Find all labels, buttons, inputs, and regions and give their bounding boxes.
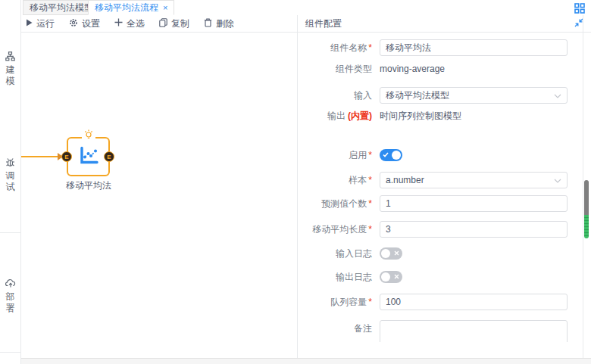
app-window: 建模 调试 部署 移动平均法模型×	[0, 0, 591, 364]
required-mark: *	[368, 224, 372, 235]
close-icon[interactable]: ×	[163, 3, 167, 12]
tab-moving-average-flow[interactable]: 移动平均法流程×	[88, 0, 174, 15]
canvas-toolbar: 运行 设置 全选	[21, 15, 297, 33]
panel-header: 组件配置	[298, 15, 591, 33]
enable-toggle[interactable]	[380, 149, 402, 161]
delete-label: 删除	[216, 17, 234, 30]
trash-icon	[204, 18, 212, 30]
field-label: 输入日志	[336, 248, 372, 259]
field-label: 输出日志	[336, 272, 372, 282]
x-icon	[394, 274, 399, 279]
panel-title: 组件配置	[305, 17, 342, 30]
input-port[interactable]: E	[61, 151, 72, 162]
left-sidebar: 建模 调试 部署	[0, 0, 21, 364]
output-port[interactable]: E	[104, 151, 114, 162]
vertical-scrollbar-thumb[interactable]	[584, 180, 589, 238]
field-row-output: 输出(内置) 时间序列控制图模型	[298, 107, 591, 124]
sidebar-item-label: 调试	[5, 170, 16, 193]
field-row-output-log: 输出日志	[298, 269, 591, 285]
chevron-down-icon	[554, 90, 561, 101]
horizontal-scrollbar-track[interactable]	[21, 358, 591, 364]
plus-icon	[114, 18, 123, 29]
apps-grid-icon[interactable]	[574, 3, 585, 16]
lightbulb-icon	[82, 129, 95, 139]
copy-icon	[159, 18, 167, 30]
required-mark: *	[368, 175, 372, 185]
x-icon	[394, 250, 399, 256]
sidebar-item-label: 部署	[5, 291, 16, 314]
field-label: 组件名称	[330, 42, 367, 53]
field-row-input: 输入 移动平均法模型	[298, 87, 591, 104]
field-label: 队列容量	[330, 297, 367, 307]
field-row-enable: 启用*	[298, 147, 591, 163]
run-button[interactable]: 运行	[26, 17, 55, 30]
check-icon	[383, 152, 389, 157]
field-label: 移动平均长度	[312, 224, 367, 235]
panel-scroll-gutter	[583, 15, 583, 358]
play-icon	[26, 18, 33, 29]
input-select[interactable]: 移动平均法模型	[380, 87, 568, 104]
field-row-queue-capacity: 队列容量*	[298, 294, 591, 310]
sample-select[interactable]: a.number	[380, 172, 568, 188]
field-row-name: 组件名称*	[298, 39, 591, 56]
node-label: 移动平均法	[58, 179, 120, 192]
ma-length-input[interactable]	[380, 221, 568, 238]
scrollbar-thumb-gray	[584, 180, 589, 215]
queue-capacity-input[interactable]	[380, 294, 568, 310]
sidebar-item-label: 建模	[5, 64, 16, 87]
run-label: 运行	[36, 17, 55, 30]
field-label: 输入	[354, 90, 372, 101]
sidebar-item-debug[interactable]: 调试	[0, 157, 20, 193]
sidebar-divider	[0, 232, 20, 233]
required-mark: *	[368, 150, 372, 160]
remark-clip	[380, 320, 568, 342]
field-label: 备注	[354, 323, 372, 334]
tab-bar: 移动平均法模型× 移动平均法流程×	[21, 0, 591, 15]
panel-form: 组件名称* 组件类型 moving-average 输入 移动平均法模型	[298, 33, 591, 357]
bug-icon	[0, 157, 20, 167]
sidebar-item-deploy[interactable]: 部署	[0, 278, 20, 314]
tab-label: 移动平均法模型	[30, 2, 93, 13]
field-label: 组件类型	[336, 64, 372, 74]
field-label: 样本	[349, 175, 367, 185]
field-row-remark: 备注	[298, 320, 591, 343]
sidebar-bottom-divider	[0, 352, 20, 353]
chevron-down-icon	[554, 175, 561, 185]
connection-edge[interactable]	[21, 156, 59, 157]
toggle-knob	[381, 249, 390, 258]
line-chart-icon	[77, 145, 100, 169]
flow-canvas[interactable]	[22, 33, 297, 358]
field-row-type: 组件类型 moving-average	[298, 61, 591, 77]
field-row-sample: 样本* a.number	[298, 172, 591, 188]
field-label: 预测值个数	[321, 198, 367, 209]
sidebar-item-modeling[interactable]: 建模	[0, 51, 20, 87]
required-mark: *	[368, 42, 372, 53]
select-value: a.number	[386, 175, 424, 185]
builtin-annotation: (内置)	[348, 110, 372, 121]
sitemap-icon	[0, 51, 20, 61]
required-mark: *	[368, 198, 372, 209]
copy-button[interactable]: 复制	[159, 17, 189, 30]
scrollbar-thumb-green-striped	[584, 215, 589, 238]
settings-label: 设置	[82, 17, 100, 30]
output-log-toggle[interactable]	[380, 271, 402, 283]
component-type-value: moving-average	[380, 61, 568, 77]
field-row-predict-count: 预测值个数*	[298, 195, 591, 212]
required-mark: *	[368, 297, 372, 307]
predict-count-input[interactable]	[380, 195, 568, 212]
toggle-knob	[392, 151, 401, 160]
output-value: 时间序列控制图模型	[380, 107, 568, 124]
component-name-input[interactable]	[380, 39, 568, 56]
field-row-input-log: 输入日志	[298, 245, 591, 262]
cloud-upload-icon	[0, 278, 20, 288]
select-all-button[interactable]: 全选	[114, 17, 145, 30]
port-label: E	[64, 154, 68, 160]
delete-button[interactable]: 删除	[204, 17, 234, 30]
component-config-panel: 组件配置 组件名称* 组件类型 moving-average 输入	[297, 15, 591, 358]
remark-textarea[interactable]	[380, 320, 568, 342]
input-log-toggle[interactable]	[380, 247, 402, 260]
field-row-ma-length: 移动平均长度*	[298, 221, 591, 238]
settings-button[interactable]: 设置	[69, 17, 100, 30]
toggle-knob	[381, 272, 390, 282]
field-label: 输出	[327, 110, 346, 121]
